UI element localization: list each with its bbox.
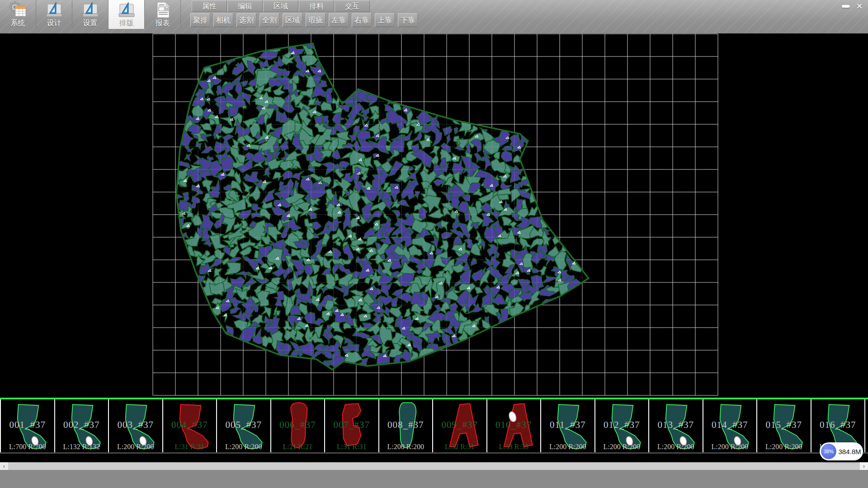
thumbnail-label: 008_#37 <box>379 419 433 431</box>
nesting-canvas[interactable] <box>0 33 868 398</box>
memory-usage-badge: 38% 384.8M <box>820 442 863 460</box>
menu-item-属性[interactable]: 属性 <box>192 0 227 12</box>
thumbnail-label: 015_#37 <box>757 419 811 431</box>
minimize-button[interactable] <box>839 1 853 12</box>
thumbnail-lr-stats: L:200 R:200 <box>865 443 868 451</box>
layout-icon <box>118 1 136 19</box>
thumbnail-lr-stats: L:200 R:200 <box>595 443 649 451</box>
thumbnail-cell-002_#37[interactable]: 002_#37L:132 R:132 <box>54 399 108 452</box>
thumbnail-lr-stats: L:200 R:200 <box>541 443 594 451</box>
close-icon: ✕ <box>856 1 863 11</box>
tool-button-相机-1[interactable]: 相机 <box>213 13 233 27</box>
thumbnail-label: 016_#37 <box>811 419 865 431</box>
menu-item-区域[interactable]: 区域 <box>263 0 298 12</box>
tool-row: 聚排相机选割全割区域瑕疵左靠右靠上靠下靠 <box>190 13 421 27</box>
usage-percent-badge: 38% <box>821 444 836 459</box>
thumbnail-label: 001_#37 <box>1 419 54 431</box>
hide-nesting-view <box>0 33 868 398</box>
thumbnail-cell-011_#37[interactable]: 011_#37L:200 R:200 <box>540 399 594 452</box>
ribbon-tab-报表[interactable]: 报表 <box>145 0 181 29</box>
thumbnail-label: 003_#37 <box>109 419 162 431</box>
thumbnail-cell-013_#37[interactable]: 013_#37L:200 R:200 <box>648 399 703 452</box>
tool-button-全割-3[interactable]: 全割 <box>259 13 279 27</box>
thumbnail-cell-009_#37[interactable]: 009_#37L:32 R:31 <box>432 399 486 452</box>
ribbon-tab-系统[interactable]: 系统 <box>0 0 36 29</box>
thumbnail-cell-014_#37[interactable]: 014_#37L:200 R:200 <box>703 399 757 452</box>
status-bar <box>0 470 868 488</box>
ribbon-tab-label: 设计 <box>47 19 61 27</box>
scroll-right-arrow-icon[interactable]: › <box>860 462 868 470</box>
report-icon <box>154 1 172 19</box>
thumbnail-cell-005_#37[interactable]: 005_#37L:200 R:200 <box>216 399 270 452</box>
window-controls: ✕ <box>839 1 866 12</box>
ribbon-tab-label: 设置 <box>83 19 98 27</box>
thumbnail-label: 010_#37 <box>487 419 541 431</box>
thumbnail-cell-006_#37[interactable]: 006_#37L:21 R:21 <box>270 399 325 452</box>
tool-button-区域-4[interactable]: 区域 <box>283 13 302 27</box>
thumbnail-cell-007_#37[interactable]: 007_#37L:31 R:31 <box>324 399 378 452</box>
thumbnail-label: 012_#37 <box>595 419 649 431</box>
menu-item-编辑[interactable]: 编辑 <box>227 0 263 12</box>
parts-thumbnail-strip: 001_#37L:700 R:700002_#37L:132 R:132003_… <box>0 398 868 453</box>
thumbnail-cell-012_#37[interactable]: 012_#37L:200 R:200 <box>594 399 649 452</box>
thumbnail-label: 002_#37 <box>55 419 108 431</box>
thumbnail-label: 013_#37 <box>649 419 703 431</box>
tool-button-右靠-7[interactable]: 右靠 <box>352 13 372 27</box>
thumbnail-cell-001_#37[interactable]: 001_#37L:700 R:700 <box>0 399 54 452</box>
horizontal-scrollbar[interactable]: ‹ › <box>0 462 868 470</box>
scroll-left-arrow-icon[interactable]: ‹ <box>0 462 8 470</box>
close-button[interactable]: ✕ <box>853 1 866 12</box>
tool-button-聚排-0[interactable]: 聚排 <box>190 13 210 27</box>
app-window: 系统设计设置排版报表 属性编辑区域排料交互 聚排相机选割全割区域瑕疵左靠右靠上靠… <box>0 0 868 488</box>
thumbnail-label: 009_#37 <box>433 419 486 431</box>
thumbnail-label: 007_#37 <box>325 419 378 431</box>
ribbon-tab-排版[interactable]: 排版 <box>108 0 145 29</box>
thumbnail-label: 004_#37 <box>163 419 217 431</box>
system-icon <box>9 1 27 19</box>
thumbnail-lr-stats: L:200 R:200 <box>649 443 703 451</box>
thumbnail-lr-stats: L:200 R:200 <box>379 443 433 451</box>
tool-button-上靠-8[interactable]: 上靠 <box>375 13 395 27</box>
thumbnail-lr-stats: L:31 R:31 <box>325 443 378 451</box>
menu-item-交互[interactable]: 交互 <box>335 0 370 12</box>
thumbnail-lr-stats: L:33 R:33 <box>487 443 541 451</box>
memory-value: 384.8M <box>836 448 863 455</box>
thumbnail-lr-stats: L:200 R:200 <box>757 443 811 451</box>
menu-item-排料[interactable]: 排料 <box>299 0 334 12</box>
tool-button-左靠-6[interactable]: 左靠 <box>329 13 349 27</box>
thumbnail-cell-017_#37[interactable]: 017_#37L:200 R:200 <box>864 399 868 452</box>
menu-row: 属性编辑区域排料交互 <box>192 0 370 12</box>
thumbnail-lr-stats: L:200 R:200 <box>703 443 757 451</box>
tool-button-下靠-9[interactable]: 下靠 <box>398 13 418 27</box>
design-icon <box>45 1 63 19</box>
thumbnail-lr-stats: L:21 R:21 <box>271 443 325 451</box>
ribbon-tab-label: 系统 <box>11 19 25 27</box>
thumbnail-label: 005_#37 <box>217 419 270 431</box>
thumbnail-cell-003_#37[interactable]: 003_#37L:200 R:200 <box>108 399 162 452</box>
tool-button-选割-2[interactable]: 选割 <box>236 13 256 27</box>
ribbon-tabs: 系统设计设置排版报表 <box>0 0 181 29</box>
thumbnail-lr-stats: L:700 R:700 <box>1 443 54 451</box>
ribbon-tab-设计[interactable]: 设计 <box>36 0 72 29</box>
thumbnail-cell-008_#37[interactable]: 008_#37L:200 R:200 <box>378 399 433 452</box>
thumbnail-lr-stats: L:132 R:132 <box>55 443 108 451</box>
thumbnail-lr-stats: L:200 R:200 <box>217 443 270 451</box>
thumbnail-lr-stats: L:32 R:31 <box>433 443 486 451</box>
thumbnail-label: 014_#37 <box>703 419 757 431</box>
minimize-icon <box>842 5 850 8</box>
thumbnail-lr-stats: L:200 R:200 <box>109 443 162 451</box>
ribbon-tab-设置[interactable]: 设置 <box>72 0 108 29</box>
thumbnail-lr-stats: L:31 R:31 <box>163 443 217 451</box>
thumbnail-cell-010_#37[interactable]: 010_#37L:33 R:33 <box>486 399 541 452</box>
ribbon-tab-label: 报表 <box>156 19 170 27</box>
thumbnail-label: 006_#37 <box>271 419 325 431</box>
thumbnail-cell-004_#37[interactable]: 004_#37L:31 R:31 <box>162 399 217 452</box>
ribbon-tab-label: 排版 <box>119 19 134 27</box>
settings-icon <box>81 1 99 19</box>
thumbnail-label: 011_#37 <box>541 419 594 431</box>
tool-button-瑕疵-5[interactable]: 瑕疵 <box>306 13 326 27</box>
main-toolbar: 系统设计设置排版报表 属性编辑区域排料交互 聚排相机选割全割区域瑕疵左靠右靠上靠… <box>0 0 868 33</box>
thumbnail-cell-015_#37[interactable]: 015_#37L:200 R:200 <box>756 399 811 452</box>
thumbnail-label: 017_#37 <box>865 419 868 431</box>
